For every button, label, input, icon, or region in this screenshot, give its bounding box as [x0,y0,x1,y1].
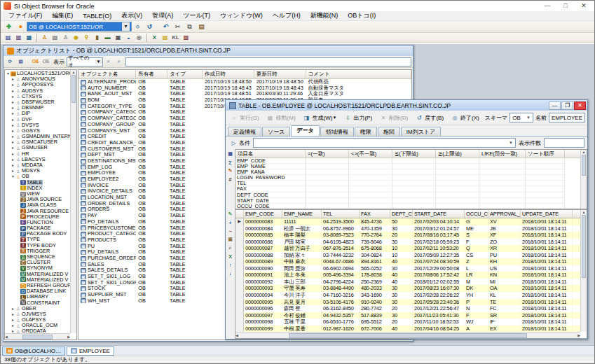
profile-icon[interactable]: ♙ [61,33,70,42]
criteria-header-field[interactable]: 項目名 [235,150,306,158]
tree-item-mdsys[interactable]: ▸♙MDSYS [6,168,70,174]
criteria-row[interactable]: DEPT_CODE [235,192,587,198]
tab-ソース[interactable]: ソース [262,127,290,136]
object-list-header-6[interactable]: コメント [306,70,411,78]
employee-close-button[interactable]: ✕ [574,102,586,110]
data-row[interactable]: 0000000091池上 冬美005-496-3394178-803840201… [235,272,587,279]
data-row[interactable]: 0000000098五味 千里06-6510-1776695-551220201… [235,318,587,326]
ob-filter-icon[interactable]: OB [31,57,40,66]
delete-button[interactable]: ✕削除(D) [377,113,410,123]
grid-header-fax[interactable]: FAX [360,210,390,218]
first-row-icon[interactable]: ↑ [226,261,234,268]
storage-icon[interactable]: ▮ [93,33,102,42]
paste-icon[interactable]: ▤ [196,22,207,31]
object-list-icon[interactable]: ▤ [4,33,13,42]
revert-button[interactable]: ↺戻す(B) [413,113,446,123]
rollback-icon[interactable]: ↺ [144,22,155,31]
data-row[interactable]: 0000000090岡田 亜弥06-6902-0694565-025230201… [235,265,587,272]
object-list-header-5[interactable]: 更新日時 [254,70,306,78]
run-button[interactable]: ○実行(G) [228,113,261,123]
object-list-title-bar[interactable]: オブジェクトリスト - OB @ LOCALHOST:1521/ORCLPDB.… [4,46,413,56]
grid-header-update_date[interactable]: UPDATE_DATE [521,210,573,218]
criteria-vertical-scrollbar[interactable]: ▲ [580,150,587,209]
criteria-header-2[interactable]: <>(不一致) [349,150,392,158]
data-row[interactable]: 0000000094今川 洋子04-7160-3216343-169030201… [235,292,587,299]
session-monitor-icon[interactable]: ▥ [14,33,23,42]
data-row[interactable]: 0000000096森田 登06-3162-8450280-7742202017… [235,305,587,312]
data-row[interactable]: 0000000088加納 家々03-7444-3232304-082410201… [235,252,587,259]
menu-item-9[interactable]: 新機能(N) [306,11,343,20]
column-settings-icon[interactable]: ▦ [226,150,234,158]
employee-title-bar[interactable]: TABLE - OB.EMPLOYEE @ LOCALHOST:1521/ORC… [226,100,587,111]
menu-item-3[interactable]: TABLE(O) [78,13,116,20]
grid-header-dept_code[interactable]: DEPT_CODE [390,210,413,218]
numbers-icon[interactable]: # [226,176,234,183]
data-row[interactable]: 0000000087越智 万由子067-876-3514675-80681020… [235,245,587,252]
role-icon[interactable]: ▤ [50,33,60,42]
criteria-header-1[interactable]: =(一致) [306,150,349,158]
table-row[interactable]: ▦ALTERNATE_PRODUCTSOBTABLE2017/10/19 18:… [78,79,411,85]
tab-権限[interactable]: 権限 [355,127,377,136]
generate-button[interactable]: ◨生成(W) ▼ [301,113,339,123]
grid-header-tel[interactable]: TEL [322,210,360,218]
lock-icon[interactable]: ◉ [71,33,81,42]
criteria-header-6[interactable]: ソート順序 [526,150,565,158]
grid-header-emp_code[interactable]: EMP_CODE [244,210,282,218]
commit-icon[interactable]: ○ [132,22,143,31]
insert-row-icon[interactable]: + [226,219,234,226]
key-icon[interactable]: ⚲ [82,33,91,42]
view-filter-combobox[interactable]: すべてのオ▼ [67,57,103,66]
server-icon[interactable]: ▬ [103,33,112,42]
menu-item-5[interactable]: 管理(A) [147,11,178,20]
undo-icon[interactable]: ↶ [160,22,171,31]
grid-header-approval_code[interactable]: APPROVAL_CODE [488,210,521,218]
copy-row-icon[interactable]: ▣ [226,236,234,243]
last-row-icon[interactable]: ↓ [226,270,234,276]
data-row[interactable]: 0000000085楠本 陽梨03-8089-7523770-276420201… [235,232,587,239]
tree-item-constraint[interactable]: NCONSTRAINT [6,300,70,306]
object-list-header-4[interactable]: 作成日時 [203,70,254,78]
move-button[interactable]: ▦移動(M) [264,113,298,123]
criteria-row[interactable]: EMP_NAME [235,164,587,169]
data-row[interactable]: ▶00000000831111104-2519-3500845-47365020… [235,218,587,225]
criteria-header-3[interactable]: ≦(下限値) [392,150,436,158]
excel-export-icon[interactable]: X [226,253,234,260]
data-row[interactable]: 0000000092本山 三郎04-2796-4224250-236940201… [235,279,587,286]
search-icon[interactable]: ◎ [135,33,144,42]
data-row[interactable]: 0000000086戸田 祐実04-6105-4823739-504630201… [235,239,587,246]
note-icon[interactable]: ▤ [160,33,170,42]
employee-minimize-button[interactable]: — [549,102,561,110]
employee-restore-button[interactable]: ❐ [561,102,573,110]
connection-combobox[interactable]: OB @ LOCALHOST:1521/OR▼ [27,22,132,31]
detail-view-icon[interactable]: ▤ [16,57,25,66]
criteria-row[interactable]: TEL [235,181,587,186]
grid-vertical-scrollbar[interactable]: ▲ [580,210,587,332]
menu-item-2[interactable]: 編集(E) [47,11,78,20]
menu-item-8[interactable]: ヘルプ(H) [268,11,306,20]
monitor-icon[interactable]: ▣ [114,33,123,42]
criteria-header-4[interactable]: ≧(上限値) [436,150,479,158]
object-list-header-2[interactable]: 所有者 [136,70,167,78]
criteria-row[interactable]: EMP_KANA [235,169,587,175]
excel-icon[interactable]: X [150,33,159,42]
tab-相関[interactable]: 相関 [378,127,400,136]
copy-icon[interactable]: ⧉ [184,22,195,31]
grid-header-start_date[interactable]: START_DATE [413,210,465,218]
refresh-icon[interactable]: ⟳ [6,57,15,66]
object-list-header-1[interactable]: オブジェクト名 [78,70,136,78]
sum-icon[interactable]: Σ [226,159,234,166]
ob-all-icon[interactable]: OB [41,57,50,66]
tab-IM列ストア[interactable]: IM列ストア [401,127,441,136]
row-count-input[interactable] [544,138,584,148]
cut-icon[interactable]: ✂ [172,22,183,31]
grid-header-emp_name[interactable]: EMP_NAME [282,210,322,218]
data-row[interactable]: 0000000089中林 麻衣0048-67-0686894-816140201… [235,258,587,265]
data-row[interactable]: 0000000099中根 里香012-987-1620672-700640201… [235,326,587,332]
grid-horizontal-scrollbar[interactable]: ◀▶ [235,332,580,338]
grid-header-occu_code[interactable]: OCCU_CODE [465,210,488,218]
table-name-input[interactable]: EMPLOYEE [549,113,585,122]
report-icon[interactable]: ▥ [182,33,191,42]
criteria-row[interactable]: FAX [235,186,587,192]
pencil-icon[interactable]: ✎ [226,167,234,174]
kl-icon[interactable]: KL [171,33,180,42]
